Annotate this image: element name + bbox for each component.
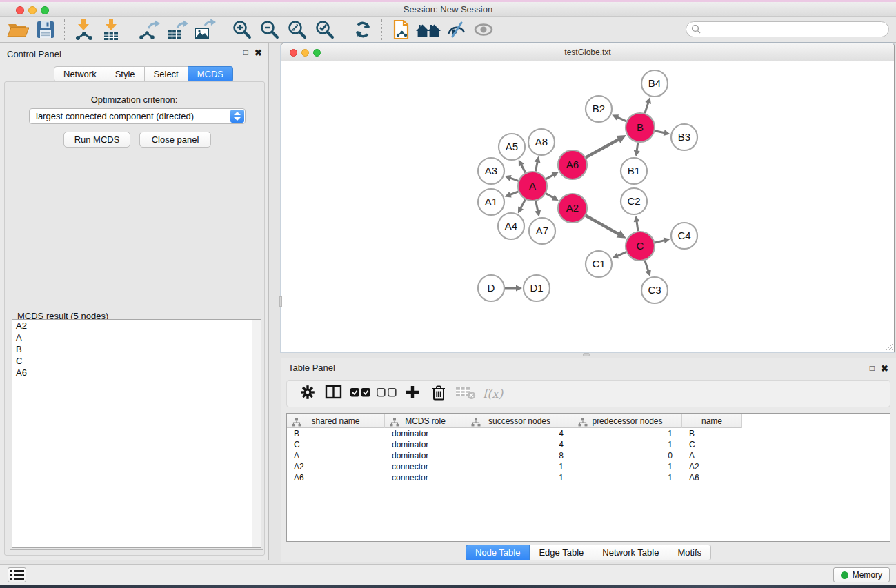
- mcds-result-list[interactable]: A2ABCA6: [12, 319, 261, 548]
- zoom-in-button[interactable]: [228, 18, 256, 41]
- settings-button[interactable]: [295, 383, 320, 404]
- tab-node-table[interactable]: Node Table: [466, 545, 530, 560]
- table-cell[interactable]: A2: [682, 461, 742, 472]
- edge-A-A5[interactable]: [521, 164, 526, 173]
- edge-A-A1[interactable]: [509, 192, 518, 195]
- edge-C-C3[interactable]: [645, 261, 648, 272]
- column-visibility-button[interactable]: [321, 383, 346, 404]
- edge-A-A3[interactable]: [509, 178, 518, 181]
- float-table-panel-icon[interactable]: □: [870, 363, 875, 374]
- table-cell[interactable]: 1: [573, 439, 682, 450]
- app-titlebar[interactable]: Session: New Session: [0, 2, 896, 17]
- edge-A2-C[interactable]: [586, 216, 619, 235]
- table-cell[interactable]: dominator: [385, 450, 466, 461]
- table-cell[interactable]: B: [682, 428, 742, 439]
- edge-B-B3[interactable]: [655, 131, 665, 133]
- new-network-from-doc-button[interactable]: [387, 18, 415, 41]
- edge-A-A8[interactable]: [535, 161, 537, 171]
- memory-button[interactable]: Memory: [833, 567, 890, 582]
- result-list-item[interactable]: A6: [12, 367, 261, 378]
- column-header-MCDS-role[interactable]: MCDS role: [385, 414, 466, 428]
- result-list-scrollbar[interactable]: [252, 320, 261, 547]
- table-cell[interactable]: 4: [466, 428, 573, 439]
- table-row[interactable]: A2connector11A2: [287, 461, 890, 472]
- hide-graphics-details-button[interactable]: [442, 18, 470, 41]
- edge-A-A2[interactable]: [546, 194, 554, 199]
- resize-grip-icon[interactable]: [884, 342, 893, 351]
- edge-B-B4[interactable]: [645, 102, 648, 113]
- table-cell[interactable]: B: [287, 428, 385, 439]
- table-cell[interactable]: connector: [385, 461, 466, 472]
- edge-A6-B[interactable]: [586, 139, 619, 157]
- run-mcds-button[interactable]: Run MCDS: [63, 132, 130, 148]
- show-graphics-details-button[interactable]: [470, 18, 497, 41]
- tab-network-table[interactable]: Network Table: [593, 545, 668, 560]
- result-list-item[interactable]: A: [12, 332, 261, 343]
- delete-table-button[interactable]: [452, 383, 477, 404]
- import-network-button[interactable]: [70, 18, 97, 41]
- table-cell[interactable]: A6: [682, 472, 742, 483]
- tab-motifs[interactable]: Motifs: [668, 545, 711, 560]
- table-cell[interactable]: C: [287, 439, 385, 450]
- zoom-out-button[interactable]: [256, 18, 283, 41]
- table-cell[interactable]: dominator: [385, 428, 466, 439]
- import-table-button[interactable]: [97, 18, 125, 41]
- table-row[interactable]: Cdominator41C: [287, 439, 890, 450]
- float-panel-icon[interactable]: □: [243, 48, 248, 58]
- table-cell[interactable]: C: [682, 439, 742, 450]
- tab-select[interactable]: Select: [145, 66, 188, 82]
- column-header-predecessor-nodes[interactable]: predecessor nodes: [573, 414, 682, 428]
- edge-B-B2[interactable]: [617, 116, 626, 121]
- table-row[interactable]: A6connector11A6: [287, 472, 890, 483]
- tab-network[interactable]: Network: [54, 66, 106, 82]
- task-history-button[interactable]: [8, 567, 26, 582]
- zoom-fit-button[interactable]: [283, 18, 311, 41]
- table-cell[interactable]: 1: [573, 428, 682, 439]
- table-cell[interactable]: A: [682, 450, 742, 461]
- add-column-button[interactable]: [400, 383, 425, 404]
- export-table-button[interactable]: [163, 18, 190, 41]
- edge-C-C1[interactable]: [617, 252, 626, 256]
- tab-edge-table[interactable]: Edge Table: [530, 545, 593, 560]
- refresh-button[interactable]: [349, 18, 377, 41]
- home-view-button[interactable]: [415, 18, 442, 41]
- close-table-panel-icon[interactable]: ✖: [881, 363, 888, 374]
- table-cell[interactable]: 1: [573, 461, 682, 472]
- edge-C-C4[interactable]: [655, 240, 665, 243]
- save-session-button[interactable]: [32, 18, 59, 41]
- delete-column-button[interactable]: [426, 383, 451, 404]
- column-header-successor-nodes[interactable]: successor nodes: [466, 414, 573, 428]
- left-edge-grip[interactable]: [279, 296, 282, 307]
- table-cell[interactable]: 1: [573, 472, 682, 483]
- result-list-item[interactable]: B: [12, 343, 261, 355]
- result-list-item[interactable]: C: [12, 355, 261, 367]
- criterion-dropdown[interactable]: largest connected component (directed): [29, 108, 246, 124]
- close-panel-button[interactable]: Close panel: [139, 132, 211, 148]
- export-network-button[interactable]: [135, 18, 163, 41]
- edge-A-A6[interactable]: [546, 174, 554, 179]
- close-panel-icon[interactable]: ✖: [255, 48, 262, 58]
- column-header-name[interactable]: name: [682, 414, 742, 428]
- network-window-titlebar[interactable]: testGlobe.txt: [281, 43, 894, 61]
- export-image-button[interactable]: [190, 18, 218, 41]
- table-cell[interactable]: 8: [466, 450, 573, 461]
- open-file-button[interactable]: [4, 18, 32, 41]
- table-cell[interactable]: connector: [385, 472, 466, 483]
- table-cell[interactable]: dominator: [385, 439, 466, 450]
- select-all-button[interactable]: [348, 383, 372, 404]
- table-cell[interactable]: 0: [573, 450, 682, 461]
- tab-mcds[interactable]: MCDS: [188, 66, 233, 82]
- dropdown-stepper-icon[interactable]: [230, 110, 244, 123]
- table-row[interactable]: Bdominator41B: [287, 428, 890, 439]
- zoom-selected-button[interactable]: [311, 18, 339, 41]
- search-input[interactable]: [686, 21, 889, 37]
- table-cell[interactable]: 4: [466, 439, 573, 450]
- edge-B-B1[interactable]: [637, 143, 638, 152]
- table-cell[interactable]: A6: [287, 472, 385, 483]
- deselect-all-button[interactable]: [374, 383, 399, 404]
- network-view-window[interactable]: testGlobe.txt B4B2BB3A8A5A6A3B1AC2A1A2A4…: [281, 43, 895, 352]
- result-list-item[interactable]: A2: [12, 320, 261, 332]
- table-cell[interactable]: 1: [466, 461, 573, 472]
- edge-A-A4[interactable]: [520, 199, 525, 209]
- network-canvas[interactable]: B4B2BB3A8A5A6A3B1AC2A1A2A4A7C4CC1C3DD1: [281, 61, 894, 352]
